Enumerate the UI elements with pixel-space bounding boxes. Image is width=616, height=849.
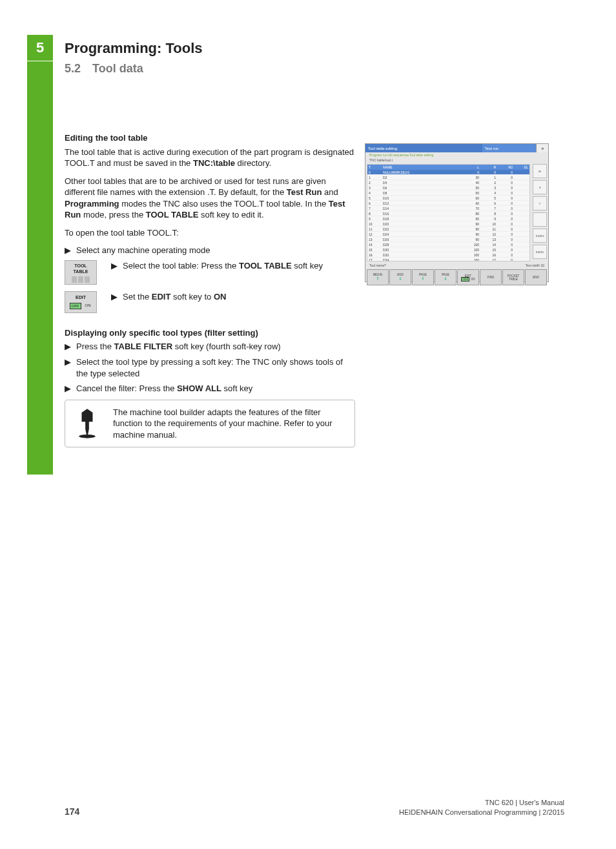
bullet-filter-2: ▶ Select the tool type by pressing a sof… [65,356,355,379]
table-row: 4D85040 [367,190,529,196]
fig-softkey[interactable]: BEGIN⇑ [367,269,389,285]
fig-side-panel: T [533,196,547,210]
left-strip [27,61,53,475]
softkey-row-edit: EDIT OFF ON ▶ Set the EDIT soft key to O… [65,291,355,313]
fig-breadcrumb: Program run full sequence▸Tool table edi… [365,152,548,158]
note-box: The machine tool builder adapts the feat… [65,400,355,448]
softkey-row-tool-table: TOOL TABLE ▶ Select the tool table: Pres… [65,260,355,285]
table-row: 8D168080 [367,211,529,216]
table-row: 3D65030 [367,185,529,190]
table-row: 11D2290110 [367,227,529,232]
footer-meta: TNC 620 | User's Manual HEIDENHAIN Conve… [399,798,564,817]
svg-point-0 [79,435,96,438]
fig-softkey[interactable]: END [525,269,547,285]
table-row: 9D189090 [367,216,529,221]
fig-softkey[interactable]: EDITOFF ON [457,269,479,285]
edit-off: OFF [70,303,81,309]
fig-status-right: Text width 32 [526,263,544,267]
triangle-icon: ▶ [65,245,76,256]
fig-side-panel: M [533,164,547,178]
fig-side-panel: S [533,180,547,194]
table-row: 12D2490120 [367,232,529,237]
gear-icon: ⚙ [536,144,548,152]
edit-on: ON [84,303,92,309]
heading-editing: Editing the tool table [65,132,355,144]
fig-title-right: Test run [482,144,536,152]
triangle-icon: ▶ [65,341,76,353]
table-row: 14D28100140 [367,242,529,247]
table-row: 0NULLWERKZEUG000 [367,170,529,175]
softkey-tool-table[interactable]: TOOL TABLE [65,260,97,285]
table-row: 16D32100160 [367,252,529,258]
triangle-icon: ▶ [65,356,76,379]
fig-side-panel: S100% [533,229,547,243]
table-row: 17D34100170 [367,258,529,261]
para-3: To open the tool table TOOL.T: [65,227,355,239]
machine-icon [72,407,103,441]
fig-softkey[interactable]: FIND [480,269,502,285]
section-title: 5.2Tool data [65,62,564,76]
page-header: Programming: Tools 5.2Tool data [65,40,564,76]
triangle-icon: ▶ [111,260,123,272]
table-row: 7D147070 [367,206,529,211]
table-row: 1D23010 [367,175,529,180]
bullet-filter-3: ▶ Cancel the filter: Press the SHOW ALL … [65,383,355,394]
fig-softkey[interactable]: PAGE⇓ [435,269,457,285]
fig-side-panel: F100% [533,245,547,259]
fig-softkey[interactable]: POCKET TABLE [502,269,524,285]
bullet-select-mode: ▶ Select any machine operating mode [65,245,355,256]
table-row: 15D30100150 [367,247,529,252]
table-row: 13D2690130 [367,237,529,242]
table-row: 10D2090100 [367,221,529,227]
fig-softkey[interactable]: END⇓ [389,269,411,285]
softkey-edit[interactable]: EDIT OFF ON [65,291,97,313]
fig-title-left: Tool table editing [365,144,482,152]
fig-status-left: Tool name? [369,263,386,267]
triangle-icon: ▶ [111,291,123,303]
chapter-tab: 5 [27,35,53,61]
bullet-filter-1: ▶ Press the TABLE FILTER soft key (fourt… [65,341,355,353]
screenshot-tool-table: Tool table editing Test run ⚙ Program ru… [365,143,549,282]
heading-filter: Displaying only specific tool types (fil… [65,327,355,339]
main-content: Editing the tool table The tool table th… [65,132,355,447]
table-row: 5D106050 [367,196,529,201]
footer: 174 TNC 620 | User's Manual HEIDENHAIN C… [65,798,564,817]
para-2: Other tool tables that are to be archive… [65,176,355,221]
fig-side-panel [533,212,547,227]
fig-table: T NAME L R R2 DL 0NULLWERKZEUG0001D23010… [367,164,530,261]
page-number: 174 [65,806,79,817]
fig-path: TNC:\table\tool.t [365,158,548,163]
fig-softkey[interactable]: PAGE⇑ [412,269,434,285]
table-row: 2D44020 [367,180,529,185]
para-1: The tool table that is active during exe… [65,147,355,169]
note-text: The machine tool builder adapts the feat… [113,407,348,441]
table-row: 6D126060 [367,201,529,206]
triangle-icon: ▶ [65,383,76,394]
chapter-title: Programming: Tools [65,40,564,57]
